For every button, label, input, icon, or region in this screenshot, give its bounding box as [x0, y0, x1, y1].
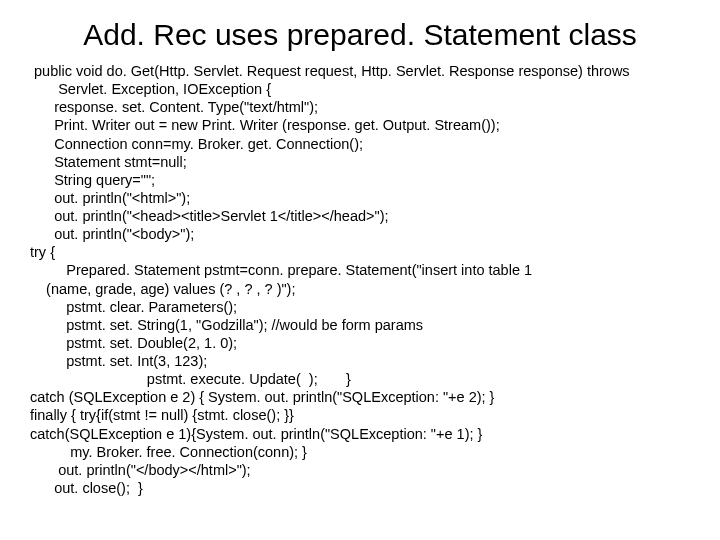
slide: Add. Rec uses prepared. Statement class … [0, 0, 720, 540]
code-line: pstmt. clear. Parameters(); [30, 298, 690, 316]
code-line: (name, grade, age) values (? , ? , ? )")… [30, 280, 690, 298]
code-line: out. close(); } [30, 479, 690, 497]
code-line: finally { try{if(stmt != null) {stmt. cl… [30, 406, 690, 424]
code-line: catch (SQLException e 2) { System. out. … [30, 388, 690, 406]
code-line: Connection conn=my. Broker. get. Connect… [30, 135, 690, 153]
code-line: Servlet. Exception, IOException { [30, 80, 690, 98]
slide-title: Add. Rec uses prepared. Statement class [30, 18, 690, 52]
code-block: public void do. Get(Http. Servlet. Reque… [30, 62, 690, 497]
code-line: try { [30, 243, 690, 261]
code-line: pstmt. set. Double(2, 1. 0); [30, 334, 690, 352]
code-line: Statement stmt=null; [30, 153, 690, 171]
code-line: pstmt. execute. Update( ); } [30, 370, 690, 388]
code-line: out. println("</body></html>"); [30, 461, 690, 479]
code-line: Prepared. Statement pstmt=conn. prepare.… [30, 261, 690, 279]
code-line: out. println("<html>"); [30, 189, 690, 207]
code-line: String query=""; [30, 171, 690, 189]
code-line: response. set. Content. Type("text/html"… [30, 98, 690, 116]
code-line: pstmt. set. Int(3, 123); [30, 352, 690, 370]
code-line: out. println("<body>"); [30, 225, 690, 243]
code-line: my. Broker. free. Connection(conn); } [30, 443, 690, 461]
code-line: out. println("<head><title>Servlet 1</ti… [30, 207, 690, 225]
code-line: pstmt. set. String(1, "Godzilla"); //wou… [30, 316, 690, 334]
code-line: public void do. Get(Http. Servlet. Reque… [30, 62, 690, 80]
code-line: catch(SQLException e 1){System. out. pri… [30, 425, 690, 443]
code-line: Print. Writer out = new Print. Writer (r… [30, 116, 690, 134]
